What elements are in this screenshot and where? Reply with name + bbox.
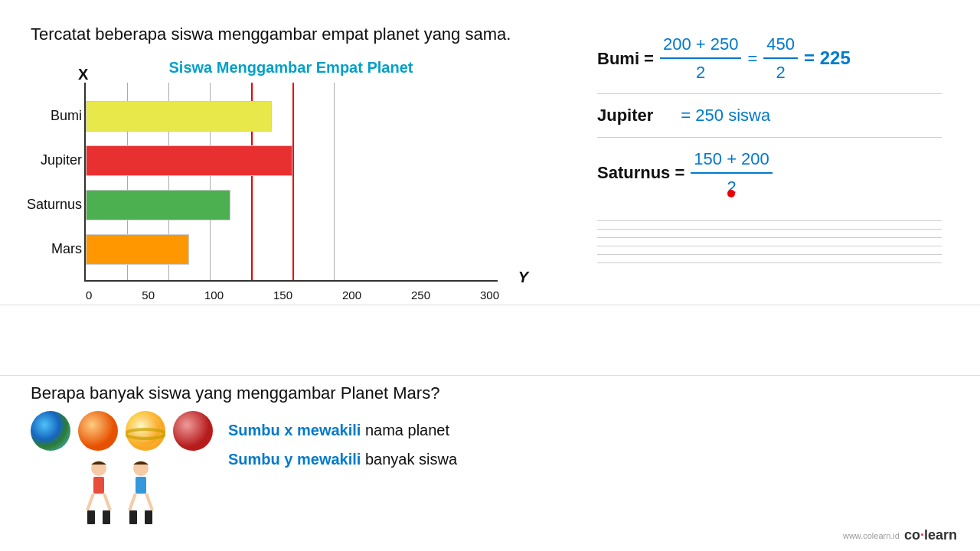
- svg-rect-8: [103, 510, 110, 524]
- x-tick-200: 200: [342, 289, 361, 302]
- bumi-numerator2: 450: [763, 31, 798, 59]
- x-tick-0: 0: [86, 289, 92, 302]
- jupiter-value: = 250 siswa: [681, 106, 770, 125]
- logo-colearn: co·learn: [904, 527, 957, 543]
- chart-area: X Y Bumi: [84, 83, 574, 297]
- grid-line-300: [334, 83, 335, 280]
- logo-dot: ·: [920, 527, 924, 543]
- saturnus-equation: Saturnus = 150 + 200 2: [597, 145, 942, 201]
- divider-8: [597, 262, 942, 263]
- divider-7: [597, 254, 942, 255]
- bumi-denominator: 2: [693, 59, 708, 86]
- svg-rect-7: [87, 510, 95, 524]
- sumbu-x-plain: nama planet: [365, 422, 449, 439]
- svg-rect-4: [93, 477, 104, 494]
- jupiter-eq-label: Jupiter: [597, 102, 653, 129]
- chart-container: Siswa Menggambar Empat Planet X Y: [38, 59, 544, 297]
- svg-rect-14: [145, 510, 152, 524]
- divider-6: [597, 246, 942, 246]
- jupiter-eq-value: = 250 siswa: [681, 102, 770, 129]
- saturnus-eq-label: Saturnus =: [597, 159, 684, 186]
- x-axis-labels: 0 50 100 150 200 250 300: [86, 289, 499, 302]
- sumbu-x-blue: Sumbu x mewakili: [228, 422, 361, 439]
- text-panel: Sumbu x mewakili nama planet Sumbu y mew…: [228, 419, 457, 471]
- saturnus-fraction: 150 + 200 2: [691, 145, 772, 201]
- mars-label: Mars: [24, 241, 82, 257]
- chart-title: Siswa Menggambar Empat Planet: [38, 59, 544, 77]
- x-tick-50: 50: [142, 289, 155, 302]
- svg-rect-13: [129, 510, 137, 524]
- bumi-fraction: 200 + 250 2: [660, 31, 741, 86]
- bumi-numerator: 200 + 250: [660, 31, 741, 59]
- x-tick-100: 100: [204, 289, 224, 302]
- bar-mars: Mars: [86, 233, 189, 266]
- planet-icons-row: [31, 411, 213, 451]
- sumbu-y-text: Sumbu y mewakili banyak siswa: [228, 448, 457, 471]
- bumi-fraction2: 450 2: [763, 31, 798, 86]
- svg-line-5: [87, 494, 93, 510]
- logo-area: www.colearn.id co·learn: [843, 527, 957, 543]
- bar-saturnus: Saturnus: [86, 188, 230, 222]
- students-area: [31, 411, 213, 530]
- x-tick-150: 150: [273, 289, 292, 302]
- bumi-eq-label: Bumi =: [597, 45, 654, 72]
- planet-saturn-icon: [126, 411, 165, 451]
- planet-red-icon: [173, 411, 213, 451]
- sumbu-y-blue: Sumbu y mewakili: [228, 451, 361, 468]
- right-panel: Bumi = 200 + 250 2 = 450 2 = 225 Jupiter…: [597, 23, 957, 297]
- bar-jupiter: Jupiter: [86, 144, 292, 178]
- x-axis-label: X: [78, 66, 88, 83]
- jupiter-equation: Jupiter = 250 siswa: [597, 102, 942, 129]
- divider-1: [597, 93, 942, 94]
- svg-line-6: [104, 494, 110, 510]
- saturnus-denominator: 2: [724, 174, 739, 201]
- sumbu-y-plain: banyak siswa: [365, 451, 457, 468]
- x-tick-250: 250: [411, 289, 430, 302]
- planet-earth-icon: [31, 411, 70, 451]
- divider-2: [597, 137, 942, 138]
- x-tick-300: 300: [480, 289, 499, 302]
- question-top: Tercatat beberapa siswa menggambar empat…: [31, 23, 567, 47]
- bumi-equation: Bumi = 200 + 250 2 = 450 2 = 225: [597, 31, 942, 86]
- question-bottom: Berapa banyak siswa yang menggambar Plan…: [31, 383, 949, 403]
- planet-orange-icon: [78, 411, 118, 451]
- bumi-denominator2: 2: [773, 59, 789, 86]
- logo-url: www.colearn.id: [843, 531, 900, 540]
- sumbu-x-text: Sumbu x mewakili nama planet: [228, 419, 457, 442]
- saturnus-numerator: 150 + 200: [691, 145, 772, 174]
- section-divider: [0, 305, 980, 305]
- y-axis-label: Y: [518, 269, 528, 286]
- jupiter-label: Jupiter: [24, 152, 82, 168]
- bumi-result: = 225: [804, 44, 851, 73]
- bottom-section: Berapa banyak siswa yang menggambar Plan…: [0, 375, 980, 551]
- students-svg: [64, 457, 179, 530]
- chart-border: X Y Bumi: [84, 83, 498, 282]
- ref-line-250: [292, 83, 294, 280]
- saturn-svg: [126, 411, 165, 451]
- bottom-content: Sumbu x mewakili nama planet Sumbu y mew…: [31, 411, 949, 530]
- bumi-label: Bumi: [24, 108, 82, 124]
- divider-5: [597, 237, 942, 238]
- left-panel: Tercatat beberapa siswa menggambar empat…: [31, 23, 567, 297]
- svg-rect-10: [136, 477, 146, 494]
- bar-bumi: Bumi: [86, 99, 272, 133]
- divider-4: [597, 229, 942, 230]
- saturnus-label: Saturnus: [24, 197, 82, 213]
- right-dividers: [597, 220, 942, 263]
- divider-3: [597, 220, 942, 221]
- bumi-eq1: =: [747, 45, 757, 72]
- svg-line-12: [146, 494, 152, 510]
- svg-line-11: [129, 494, 136, 510]
